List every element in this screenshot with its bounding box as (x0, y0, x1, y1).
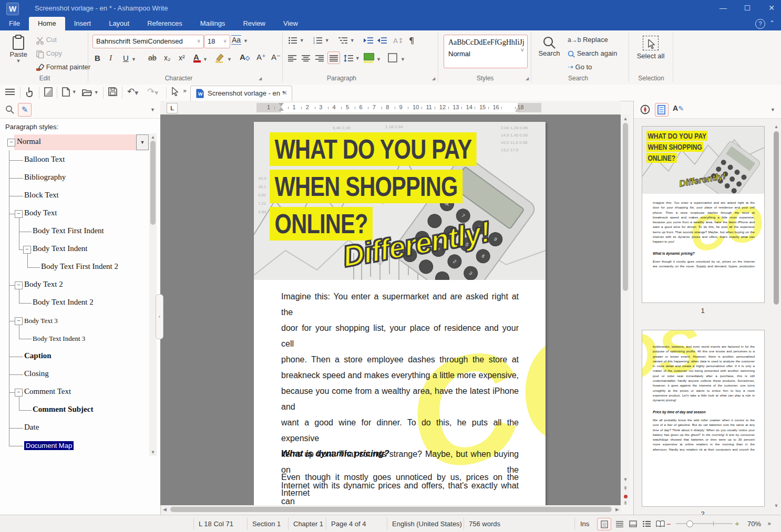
document-tab[interactable]: W Screenshot vorlage - en * ✕ (190, 86, 292, 101)
search-again-button[interactable]: Search again (568, 49, 617, 58)
pages-panel-menu-icon[interactable]: ▼ (770, 107, 775, 112)
open-document-button[interactable]: ▼ (82, 88, 99, 97)
show-formatting-button[interactable]: ¶ (409, 36, 414, 46)
select-all-button[interactable]: Select all (636, 36, 665, 60)
undo-button[interactable]: ↶▼ (127, 86, 138, 97)
pointer-tool-button[interactable] (171, 87, 179, 96)
paste-button[interactable]: Paste ▼ (6, 35, 30, 64)
tab-close-icon[interactable]: ✕ (282, 89, 287, 97)
underline-dropdown-icon[interactable]: ▼ (131, 57, 136, 62)
goto-button[interactable]: ⇢ Go to (568, 63, 592, 71)
first-line-indent-marker[interactable] (279, 103, 284, 107)
panel-menu-icon[interactable]: ▼ (150, 107, 155, 112)
page-1-label[interactable]: 1 (634, 307, 772, 315)
tree-collapse-icon[interactable]: − (15, 317, 23, 325)
page-thumbnail-2[interactable]: COS bottlenecks, seasons, and even world… (642, 330, 765, 507)
font-name-select[interactable]: Bahnschrift SemiCondensed˅ (93, 35, 204, 48)
style-item-body-text-indent[interactable]: −Body Text Indent (1, 241, 147, 258)
style-item-caption[interactable]: Caption (1, 348, 147, 366)
line-spacing-button[interactable]: ▼ (344, 54, 360, 62)
paragraph-dialog-launcher[interactable]: ◢ (432, 77, 436, 81)
style-item-body-text-2[interactable]: −Body Text 2 (1, 276, 147, 294)
tree-collapse-icon[interactable]: − (7, 139, 15, 147)
style-item-date[interactable]: Date (1, 419, 147, 437)
highlight-dropdown-icon[interactable]: ▼ (227, 57, 232, 62)
strikethrough-button[interactable]: ab (148, 54, 157, 62)
collapse-ribbon-icon[interactable]: ⌃ (769, 19, 775, 27)
insert-mode-indicator[interactable]: Ins (580, 520, 589, 528)
main-menu-button[interactable] (5, 87, 15, 97)
previous-page-button[interactable]: ⇞ (621, 485, 630, 491)
bold-button[interactable]: B (95, 54, 100, 62)
tree-collapse-icon[interactable]: − (15, 210, 23, 218)
document-canvas[interactable]: COS 16,916,19,91 7,213,84 2,04 1,26 0,96… (160, 114, 621, 505)
redo-button[interactable]: ↷▼ (147, 86, 158, 97)
maximize-button[interactable]: ☐ (737, 0, 758, 16)
search-button[interactable]: Search (537, 36, 561, 57)
section-heading[interactable]: What is dynamic pricing? (281, 448, 389, 459)
change-case-button[interactable]: Aa ▼ (231, 36, 248, 44)
word-count[interactable]: 756 words (469, 520, 500, 528)
status-overflow-icon[interactable]: » (767, 520, 771, 527)
style-item-body-text-indent-3[interactable]: Body Text Indent 3 (1, 330, 147, 348)
shading-button[interactable] (364, 53, 374, 63)
help-icon[interactable]: ? (755, 19, 765, 29)
style-item-bibliography[interactable]: Bibliography (1, 169, 147, 187)
continuous-view-button[interactable] (613, 518, 626, 529)
document-vertical-scrollbar[interactable]: ▲ ▼ ⇞ ⇟ (621, 114, 630, 505)
paragraph-styles-tab[interactable]: ✎ (18, 103, 32, 117)
style-item-body-text-first-indent-2[interactable]: Body Text First Indent 2 (1, 258, 147, 276)
hanging-indent-marker[interactable] (279, 107, 284, 111)
thumbnails-scrollbar[interactable]: ▲ ▼ (772, 122, 780, 510)
page-preview-button[interactable] (44, 87, 53, 97)
page-thumbnail-1[interactable]: COS WHAT DO YOU PAY WHEN SHOPPING ONLI (642, 126, 765, 303)
borders-button[interactable] (388, 53, 397, 62)
style-item-body-text-3[interactable]: −Body Text 3 (1, 312, 147, 330)
grow-font-button[interactable]: A⁺ (256, 53, 266, 62)
new-document-button[interactable]: ▼ (62, 87, 77, 97)
right-indent-marker[interactable] (515, 107, 520, 112)
style-item-normal[interactable]: ▼−Normal (1, 133, 147, 151)
menu-tab-mailings[interactable]: Mailings (191, 17, 234, 30)
sort-button[interactable]: A↕ (393, 37, 404, 45)
tree-collapse-icon[interactable]: − (15, 281, 23, 289)
zoom-slider-thumb[interactable] (686, 520, 693, 527)
italic-button[interactable]: I (109, 54, 112, 62)
style-item-dropdown-icon[interactable]: ▼ (136, 134, 149, 150)
highlight-button[interactable] (214, 53, 225, 63)
style-gallery[interactable]: AaBbCcDdEeFfGgHhIiJj Normal ˅ (444, 35, 528, 68)
menu-tab-references[interactable]: References (138, 17, 191, 30)
zoom-out-button[interactable]: − (666, 519, 671, 528)
replace-button[interactable]: a→b Replace (568, 36, 608, 44)
language-indicator[interactable]: English (United States) (392, 520, 462, 528)
shrink-font-button[interactable]: A⁻ (271, 53, 281, 62)
style-item-closing[interactable]: Closing (1, 366, 147, 383)
pages-tab[interactable] (655, 103, 669, 117)
styles-scrollbar[interactable]: ▲ ▼ (149, 133, 157, 456)
copy-button[interactable]: Copy (36, 49, 62, 58)
align-center-button[interactable] (302, 54, 310, 62)
tree-collapse-icon[interactable]: − (23, 246, 31, 254)
document-horizontal-scrollbar[interactable]: ◀ ▶ (161, 505, 621, 514)
style-item-body-text-first-indent[interactable]: Body Text First Indent (1, 223, 147, 241)
navigation-compass-icon[interactable] (640, 105, 650, 114)
style-item-comment-text[interactable]: −Comment Text (1, 383, 147, 401)
style-item-body-text[interactable]: −Body Text (1, 205, 147, 223)
outline-view-button[interactable] (640, 518, 653, 529)
numbered-list-button[interactable]: 123 ▼ (313, 36, 330, 45)
single-page-view-button[interactable] (626, 518, 640, 529)
justify-button[interactable] (327, 51, 340, 64)
zoom-in-button[interactable]: + (735, 519, 739, 528)
more-tools-icon[interactable]: » (183, 87, 187, 95)
bullet-list-button[interactable]: ▼ (288, 36, 304, 45)
font-color-dropdown-icon[interactable]: ▼ (203, 57, 208, 62)
panel-search-icon[interactable] (5, 105, 14, 114)
tab-stop-selector[interactable]: L (167, 103, 178, 113)
panel-collapse-handle[interactable]: ‹ (156, 294, 163, 339)
zoom-slider-track[interactable] (676, 523, 733, 524)
save-button[interactable] (108, 87, 117, 96)
font-size-select[interactable]: 18˅ (204, 35, 230, 48)
align-right-button[interactable] (315, 54, 324, 62)
style-item-body-text-indent-2[interactable]: Body Text Indent 2 (1, 294, 147, 312)
minimize-button[interactable]: — (713, 0, 734, 16)
